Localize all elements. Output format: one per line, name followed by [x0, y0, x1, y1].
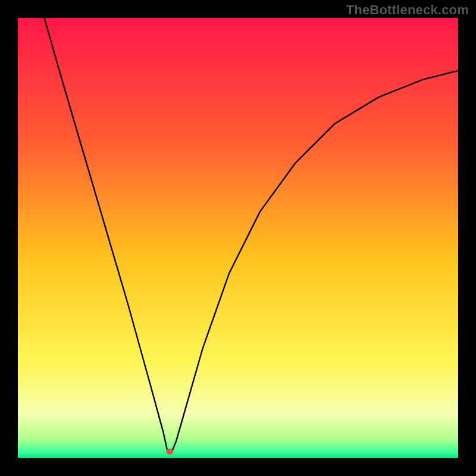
gradient-background: [18, 18, 458, 458]
optimum-marker: [166, 449, 173, 455]
chart-svg: [18, 18, 458, 458]
plot-area: [18, 18, 458, 458]
watermark-text: TheBottleneck.com: [346, 2, 469, 18]
chart-frame: TheBottleneck.com: [0, 0, 476, 476]
